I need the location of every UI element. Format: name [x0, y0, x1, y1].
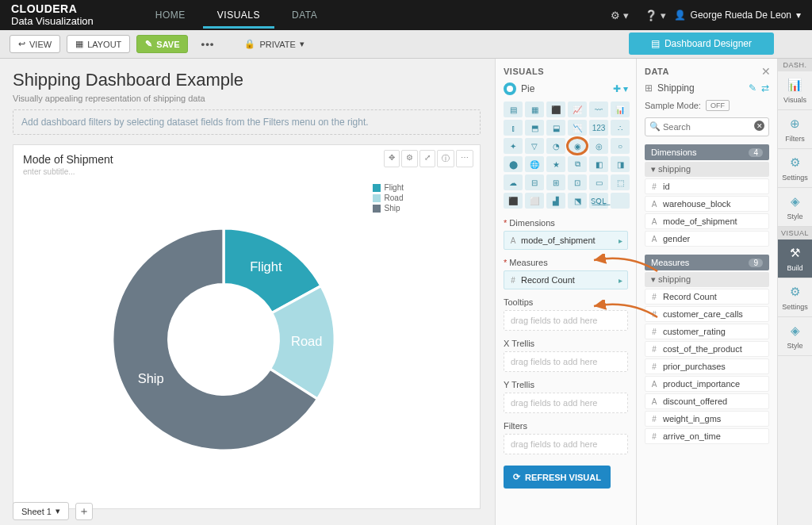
rail-tab-build[interactable]: ⚒Build	[778, 240, 812, 278]
viz-type-cell[interactable]: ★	[546, 156, 565, 172]
visual-type-selector[interactable]: Pie	[504, 82, 534, 95]
viz-type-cell[interactable]: ⬓	[546, 120, 565, 136]
viz-type-cell[interactable]: ⬔	[568, 193, 587, 209]
user-menu[interactable]: 👤 George Rueda De Leon ▾	[674, 10, 801, 21]
shelf-filters[interactable]: drag fields to add here	[504, 434, 628, 454]
nav-visuals[interactable]: VISUALS	[203, 2, 274, 29]
field-row[interactable]: #Record Count	[645, 289, 769, 305]
clear-search-icon[interactable]: ✕	[754, 121, 764, 131]
gear-icon[interactable]: ⚙	[401, 150, 418, 167]
viz-type-cell[interactable]: ⬒	[525, 120, 544, 136]
close-icon[interactable]: ✕	[761, 65, 771, 78]
filter-hint[interactable]: Add dashboard filters by selecting datas…	[13, 109, 481, 135]
dashboard-designer-button[interactable]: ▤ Dashboard Designer	[629, 33, 774, 55]
rail-tab-style[interactable]: ◈Style	[778, 317, 812, 356]
viz-type-cell[interactable]: 📈	[568, 102, 587, 117]
chevron-right-icon[interactable]: ▸	[619, 276, 622, 285]
viz-type-cell[interactable]: 〰	[589, 102, 608, 117]
sample-mode-toggle[interactable]: OFF	[706, 100, 730, 111]
viz-type-cell[interactable]	[611, 193, 630, 209]
field-row[interactable]: #prior_purchases	[645, 358, 769, 374]
rail-tab-style[interactable]: ◈Style	[778, 188, 812, 227]
more-button[interactable]: •••	[194, 35, 220, 53]
viz-type-cell[interactable]: ◎	[589, 138, 608, 154]
viz-type-cell[interactable]: ☁	[504, 174, 523, 190]
viz-type-cell[interactable]: ▟	[546, 193, 565, 209]
measures-header[interactable]: Measures 9	[645, 255, 769, 270]
dataset-name[interactable]: Shipping	[657, 82, 695, 94]
field-row[interactable]: Amode_of_shipment	[645, 213, 769, 229]
shelf-dimensions[interactable]: A mode_of_shipment ▸	[504, 231, 628, 250]
viz-type-cell[interactable]: S͟Q͟L͟	[589, 193, 608, 209]
viz-type-cell[interactable]: ⬜	[525, 193, 544, 209]
viz-type-cell[interactable]: ⫿	[504, 120, 523, 136]
field-row[interactable]: #arrive_on_time	[645, 428, 769, 444]
field-row[interactable]: Agender	[645, 231, 769, 247]
dimensions-group[interactable]: ▾ shipping	[645, 162, 769, 177]
viz-type-cell[interactable]: ◧	[589, 156, 608, 172]
help-icon[interactable]: ❔ ▾	[637, 10, 674, 21]
viz-type-cell[interactable]: 123	[589, 120, 608, 136]
sheet-tab[interactable]: Sheet 1▾	[13, 502, 69, 520]
more-icon[interactable]: ⋯	[456, 150, 473, 167]
view-button[interactable]: ↩ VIEW	[10, 35, 60, 53]
viz-type-cell[interactable]: 📊	[611, 102, 630, 117]
nav-data[interactable]: DATA	[278, 2, 331, 29]
viz-type-cell[interactable]: ⧉	[568, 156, 587, 172]
viz-type-cell[interactable]: ⊟	[525, 174, 544, 190]
viz-type-cell[interactable]: ⊞	[546, 174, 565, 190]
visual-card[interactable]: Mode of Shipment enter subtitle... ✥ ⚙ ⤢…	[13, 144, 481, 509]
field-row[interactable]: #weight_in_gms	[645, 411, 769, 427]
field-row[interactable]: #customer_rating	[645, 324, 769, 339]
field-row[interactable]: Aproduct_importance	[645, 376, 769, 392]
dashboard-title[interactable]: Shipping Dashboard Example	[13, 70, 481, 90]
viz-type-cell[interactable]: ◨	[611, 156, 630, 172]
viz-type-cell[interactable]: ▭	[589, 174, 608, 190]
rail-tab-settings[interactable]: ⚙Settings	[778, 278, 812, 317]
layout-button[interactable]: ▦ LAYOUT	[67, 35, 130, 53]
refresh-visual-button[interactable]: ⟳ REFRESH VISUAL	[504, 466, 611, 489]
privacy-dropdown[interactable]: 🔒 PRIVATE ▾	[244, 39, 304, 49]
field-row[interactable]: Adiscount_offered	[645, 393, 769, 409]
move-icon[interactable]: ✥	[384, 150, 400, 167]
viz-type-cell[interactable]: ⬚	[611, 174, 630, 190]
donut-chart[interactable]: FlightRoadShip	[93, 209, 354, 470]
shelf-xtrellis[interactable]: drag fields to add here	[504, 351, 628, 372]
chevron-right-icon[interactable]: ▸	[619, 236, 622, 245]
viz-type-cell[interactable]: 📉	[568, 120, 587, 136]
visual-subtitle-placeholder[interactable]: enter subtitle...	[23, 167, 470, 176]
edit-icon[interactable]: ✎	[749, 82, 756, 94]
dashboard-subtitle[interactable]: Visually appealing representation of shi…	[13, 94, 481, 103]
viz-type-cell[interactable]: ◔	[546, 138, 565, 154]
viz-type-cell[interactable]: ▤	[504, 102, 523, 117]
save-button[interactable]: ✎ SAVE	[136, 35, 188, 53]
field-row[interactable]: #id	[645, 178, 769, 194]
viz-type-cell[interactable]: ⊡	[568, 174, 587, 190]
measures-group[interactable]: ▾ shipping	[645, 272, 769, 287]
rail-tab-settings[interactable]: ⚙Settings	[778, 149, 812, 188]
info-icon[interactable]: ⓘ	[437, 150, 454, 167]
field-row[interactable]: #cost_of_the_product	[645, 341, 769, 357]
rail-tab-filters[interactable]: ⊕Filters	[778, 110, 812, 149]
viz-type-cell[interactable]: ⬛	[546, 102, 565, 117]
viz-type-cell[interactable]: ◉	[568, 138, 587, 154]
rail-tab-visuals[interactable]: 📊Visuals	[778, 71, 812, 110]
viz-type-cell[interactable]: ⬤	[504, 156, 523, 172]
viz-type-cell[interactable]: ▽	[525, 138, 544, 154]
shelf-ytrellis[interactable]: drag fields to add here	[504, 393, 628, 413]
viz-type-cell[interactable]: ○	[611, 138, 630, 154]
shelf-measures[interactable]: # Record Count ▸	[504, 270, 628, 289]
nav-home[interactable]: HOME	[141, 2, 200, 29]
viz-type-cell[interactable]: 🌐	[525, 156, 544, 172]
add-sheet-button[interactable]: ＋	[75, 503, 93, 520]
dimensions-header[interactable]: Dimensions 4	[645, 144, 769, 160]
shuffle-icon[interactable]: ⇄	[761, 82, 769, 94]
field-row[interactable]: #customer_care_calls	[645, 306, 769, 322]
add-visual-icon[interactable]: ✚ ▾	[613, 83, 628, 94]
expand-icon[interactable]: ⤢	[419, 150, 435, 167]
search-input[interactable]	[645, 117, 769, 136]
shelf-tooltips[interactable]: drag fields to add here	[504, 310, 628, 331]
viz-type-cell[interactable]: ∴	[611, 120, 630, 136]
viz-type-cell[interactable]: ✦	[504, 138, 523, 154]
gear-icon[interactable]: ⚙ ▾	[603, 10, 637, 21]
